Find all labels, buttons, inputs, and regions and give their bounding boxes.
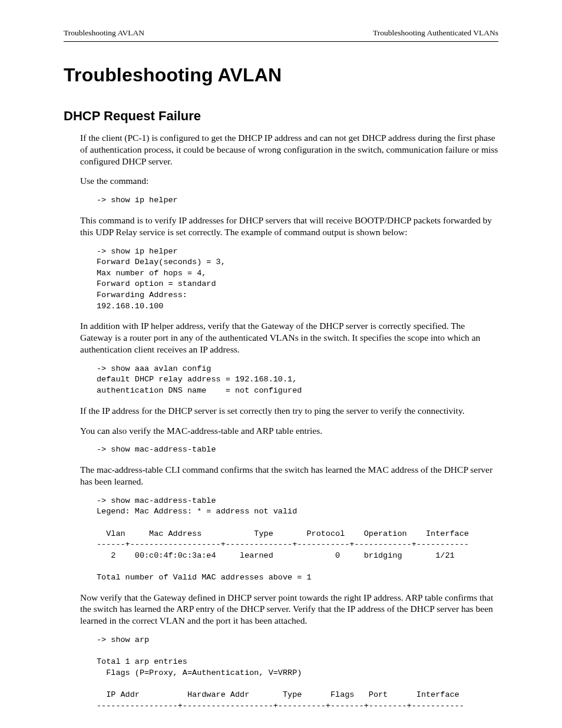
page-title: Troubleshooting AVLAN [64, 64, 498, 86]
paragraph: Use the command: [80, 175, 498, 187]
code-block: -> show aaa avlan config default DHCP re… [97, 364, 498, 397]
code-block: -> show arp Total 1 arp entries Flags (P… [97, 635, 498, 711]
section-heading: DHCP Request Failure [64, 108, 498, 124]
paragraph: If the client (PC-1) is configured to ge… [80, 132, 498, 167]
code-block: -> show mac-address-table Legend: Mac Ad… [97, 496, 498, 584]
paragraph: If the IP address for the DHCP server is… [80, 405, 498, 417]
code-block: -> show ip helper [97, 195, 498, 206]
header-left: Troubleshooting AVLAN [64, 28, 144, 38]
paragraph: This command is to verify IP addresses f… [80, 215, 498, 238]
paragraph: Now verify that the Gateway defined in D… [80, 592, 498, 627]
header-right: Troubleshooting Authenticated VLANs [373, 28, 498, 38]
paragraph: You can also verify the MAC-address-tabl… [80, 425, 498, 437]
document-page: Troubleshooting AVLAN Troubleshooting Au… [0, 0, 562, 728]
content-block: If the client (PC-1) is configured to ge… [80, 132, 498, 712]
code-block: -> show ip helper Forward Delay(seconds)… [97, 246, 498, 312]
running-header: Troubleshooting AVLAN Troubleshooting Au… [64, 28, 498, 42]
paragraph: In addition with IP helper address, veri… [80, 320, 498, 355]
code-block: -> show mac-address-table [97, 444, 498, 456]
paragraph: The mac-address-table CLI command confir… [80, 464, 498, 487]
